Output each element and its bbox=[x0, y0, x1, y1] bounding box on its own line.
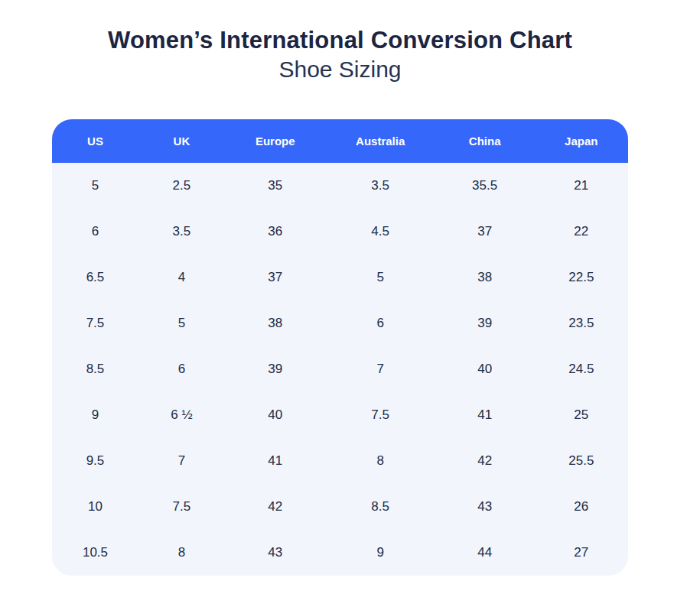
table-cell-uk: 3.5 bbox=[138, 209, 225, 255]
table-cell-japan: 24.5 bbox=[535, 346, 628, 392]
column-header-europe: Europe bbox=[225, 119, 326, 163]
table-cell-japan: 25.5 bbox=[535, 438, 628, 484]
table-cell-uk: 8 bbox=[138, 530, 225, 576]
table-row: 6.543753822.5 bbox=[52, 255, 628, 300]
table-row: 107.5428.54326 bbox=[52, 484, 628, 530]
table-cell-europe: 39 bbox=[225, 346, 326, 392]
table-cell-europe: 36 bbox=[225, 209, 326, 255]
table-cell-china: 44 bbox=[435, 530, 535, 576]
table-cell-australia: 4.5 bbox=[326, 209, 435, 255]
table-cell-china: 41 bbox=[435, 392, 535, 438]
table-cell-us: 5 bbox=[52, 163, 138, 209]
table-cell-australia: 7 bbox=[326, 346, 435, 392]
table-cell-us: 10 bbox=[52, 484, 138, 530]
table-cell-us: 9.5 bbox=[52, 438, 138, 484]
table-body: 52.5353.535.52163.5364.537226.543753822.… bbox=[52, 163, 628, 576]
table-cell-uk: 6 bbox=[138, 346, 225, 392]
table-cell-china: 40 bbox=[435, 346, 535, 392]
page-content: Women’s International Conversion Chart S… bbox=[52, 0, 628, 576]
table-cell-europe: 38 bbox=[225, 300, 326, 346]
table-row: 63.5364.53722 bbox=[52, 209, 628, 255]
conversion-table: USUKEuropeAustraliaChinaJapan 52.5353.53… bbox=[52, 119, 628, 576]
table-cell-japan: 21 bbox=[535, 163, 628, 209]
column-header-japan: Japan bbox=[535, 119, 628, 163]
table-cell-china: 42 bbox=[435, 438, 535, 484]
table-cell-japan: 25 bbox=[535, 392, 628, 438]
table-cell-japan: 23.5 bbox=[535, 300, 628, 346]
table-cell-us: 8.5 bbox=[52, 346, 138, 392]
column-header-us: US bbox=[52, 119, 138, 163]
column-header-uk: UK bbox=[138, 119, 225, 163]
table-row: 10.584394427 bbox=[52, 530, 628, 576]
page-subtitle: Shoe Sizing bbox=[52, 55, 628, 84]
table-header-row: USUKEuropeAustraliaChinaJapan bbox=[52, 119, 628, 163]
table-cell-europe: 41 bbox=[225, 438, 326, 484]
table-cell-china: 35.5 bbox=[435, 163, 535, 209]
table-row: 8.563974024.5 bbox=[52, 346, 628, 392]
table-cell-us: 9 bbox=[52, 392, 138, 438]
table-cell-europe: 37 bbox=[225, 255, 326, 300]
table-row: 9.574184225.5 bbox=[52, 438, 628, 484]
table-cell-us: 6.5 bbox=[52, 255, 138, 300]
table-cell-japan: 27 bbox=[535, 530, 628, 576]
page-title: Women’s International Conversion Chart bbox=[52, 26, 628, 55]
conversion-table-wrapper: USUKEuropeAustraliaChinaJapan 52.5353.53… bbox=[52, 119, 628, 576]
table-cell-china: 38 bbox=[435, 255, 535, 300]
table-row: 96 ½407.54125 bbox=[52, 392, 628, 438]
table-cell-australia: 8 bbox=[326, 438, 435, 484]
table-cell-us: 7.5 bbox=[52, 300, 138, 346]
table-cell-australia: 3.5 bbox=[326, 163, 435, 209]
table-cell-uk: 7.5 bbox=[138, 484, 225, 530]
page-header: Women’s International Conversion Chart S… bbox=[52, 26, 628, 84]
table-cell-china: 37 bbox=[435, 209, 535, 255]
table-cell-australia: 7.5 bbox=[326, 392, 435, 438]
table-cell-uk: 6 ½ bbox=[138, 392, 225, 438]
header-row: USUKEuropeAustraliaChinaJapan bbox=[52, 119, 628, 163]
table-cell-us: 6 bbox=[52, 209, 138, 255]
table-cell-australia: 5 bbox=[326, 255, 435, 300]
table-row: 7.553863923.5 bbox=[52, 300, 628, 346]
table-cell-australia: 8.5 bbox=[326, 484, 435, 530]
table-cell-europe: 35 bbox=[225, 163, 326, 209]
table-cell-uk: 5 bbox=[138, 300, 225, 346]
table-cell-europe: 42 bbox=[225, 484, 326, 530]
column-header-australia: Australia bbox=[326, 119, 435, 163]
table-cell-europe: 43 bbox=[225, 530, 326, 576]
table-cell-europe: 40 bbox=[225, 392, 326, 438]
table-cell-uk: 4 bbox=[138, 255, 225, 300]
table-cell-japan: 22.5 bbox=[535, 255, 628, 300]
table-cell-uk: 7 bbox=[138, 438, 225, 484]
table-cell-china: 43 bbox=[435, 484, 535, 530]
table-cell-japan: 22 bbox=[535, 209, 628, 255]
table-cell-us: 10.5 bbox=[52, 530, 138, 576]
table-cell-china: 39 bbox=[435, 300, 535, 346]
table-cell-japan: 26 bbox=[535, 484, 628, 530]
table-row: 52.5353.535.521 bbox=[52, 163, 628, 209]
table-cell-uk: 2.5 bbox=[138, 163, 225, 209]
table-cell-australia: 6 bbox=[326, 300, 435, 346]
table-cell-australia: 9 bbox=[326, 530, 435, 576]
column-header-china: China bbox=[435, 119, 535, 163]
